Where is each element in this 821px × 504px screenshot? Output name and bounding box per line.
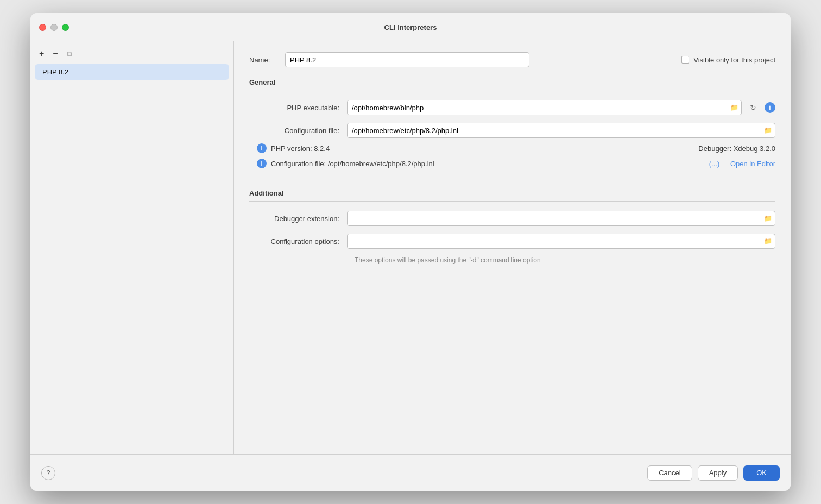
name-label: Name: — [249, 56, 276, 64]
bottom-bar: ? Cancel Apply OK — [30, 454, 791, 491]
debugger-extension-input[interactable] — [347, 211, 775, 226]
debugger-text: Debugger: Xdebug 3.2.0 — [698, 144, 775, 153]
name-row: Name: Visible only for this project — [249, 52, 775, 67]
copy-interpreter-button[interactable]: ⧉ — [65, 48, 74, 60]
config-file-container: 📁 — [347, 123, 775, 138]
remove-interpreter-button[interactable]: − — [50, 48, 60, 60]
window-title: CLI Interpreters — [384, 23, 437, 32]
config-options-container: 📁 — [347, 234, 775, 249]
sidebar: + − ⧉ PHP 8.2 — [30, 41, 234, 454]
php-executable-folder-icon[interactable]: 📁 — [730, 104, 738, 111]
cli-interpreters-dialog: CLI Interpreters + − ⧉ PHP 8.2 Name: Vis… — [30, 13, 791, 491]
right-panel: Name: Visible only for this project Gene… — [234, 41, 791, 454]
sidebar-toolbar: + − ⧉ — [30, 46, 233, 64]
config-file-folder-icon[interactable]: 📁 — [764, 127, 772, 134]
config-file-info-icon: i — [257, 159, 267, 168]
php-version-info-icon: i — [257, 143, 267, 153]
open-in-editor-link[interactable]: Open in Editor — [730, 160, 775, 168]
name-input[interactable] — [285, 52, 529, 67]
php-version-text: PHP version: 8.2.4 — [271, 144, 694, 153]
debugger-extension-folder-icon[interactable]: 📁 — [764, 215, 772, 222]
general-section: General PHP executable: 📁 ↻ i C — [249, 78, 775, 174]
config-options-row: Configuration options: 📁 — [249, 234, 775, 249]
minimize-button[interactable] — [50, 24, 58, 31]
sidebar-item-php82[interactable]: PHP 8.2 — [35, 64, 229, 80]
php-executable-input[interactable] — [347, 100, 742, 115]
main-content: + − ⧉ PHP 8.2 Name: Visible only for thi… — [30, 41, 791, 454]
cancel-button[interactable]: Cancel — [647, 465, 692, 481]
debugger-extension-input-wrapper: 📁 — [347, 211, 775, 226]
php-executable-label: PHP executable: — [249, 104, 347, 112]
php-executable-container: 📁 — [347, 100, 742, 115]
config-ellipsis-link[interactable]: (...) — [709, 160, 720, 168]
visible-project-checkbox[interactable] — [681, 56, 689, 64]
debugger-extension-label: Debugger extension: — [249, 215, 347, 223]
traffic-lights — [39, 24, 69, 31]
add-interpreter-button[interactable]: + — [37, 48, 46, 60]
config-file-label: Configuration file: — [249, 127, 347, 135]
ok-button[interactable]: OK — [743, 465, 780, 481]
visible-project-row: Visible only for this project — [681, 56, 775, 64]
php-version-row: i PHP version: 8.2.4 Debugger: Xdebug 3.… — [249, 143, 775, 153]
config-options-input[interactable] — [347, 234, 775, 249]
action-buttons: Cancel Apply OK — [647, 465, 780, 481]
php-executable-info-button[interactable]: i — [765, 102, 775, 113]
config-options-folder-icon[interactable]: 📁 — [764, 237, 772, 245]
general-section-header: General — [249, 78, 775, 91]
debugger-extension-row: Debugger extension: 📁 — [249, 211, 775, 226]
visible-project-label: Visible only for this project — [693, 56, 775, 64]
config-options-input-wrapper: 📁 — [347, 234, 775, 249]
additional-section: Additional Debugger extension: 📁 Configu… — [249, 189, 775, 264]
additional-section-header: Additional — [249, 189, 775, 202]
php-executable-row: PHP executable: 📁 ↻ i — [249, 100, 775, 115]
config-file-input[interactable] — [347, 123, 775, 138]
help-button[interactable]: ? — [41, 466, 55, 480]
apply-button[interactable]: Apply — [698, 465, 738, 481]
refresh-button[interactable]: ↻ — [746, 100, 760, 115]
maximize-button[interactable] — [62, 24, 69, 31]
sidebar-item-label: PHP 8.2 — [42, 68, 68, 76]
close-button[interactable] — [39, 24, 46, 31]
config-options-label: Configuration options: — [249, 237, 347, 245]
hint-text: These options will be passed using the "… — [249, 256, 775, 264]
config-file-input-wrapper: 📁 — [347, 123, 775, 138]
config-file-info-row: i Configuration file: /opt/homebrew/etc/… — [249, 159, 775, 168]
config-file-info-text: Configuration file: /opt/homebrew/etc/ph… — [271, 160, 705, 168]
php-executable-input-wrapper: 📁 ↻ i — [347, 100, 775, 115]
config-file-row: Configuration file: 📁 — [249, 123, 775, 138]
debugger-extension-container: 📁 — [347, 211, 775, 226]
title-bar: CLI Interpreters — [30, 13, 791, 41]
